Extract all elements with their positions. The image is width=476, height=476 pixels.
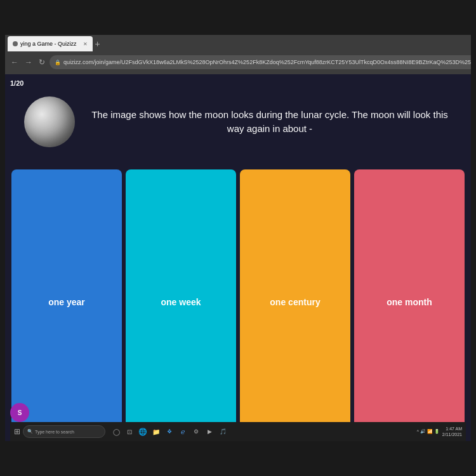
taskbar: ⊞ 🔍 Type here to search ◯ ⊡ 🌐 📁 ❖ ℯ ⚙ ▶ … bbox=[10, 422, 466, 441]
clock-date: 2/11/2021 bbox=[442, 432, 462, 437]
answer-one-month[interactable]: one month bbox=[354, 169, 465, 435]
new-tab-button[interactable]: + bbox=[95, 39, 100, 49]
tray-icons: ^ 🔊 📶 🔋 bbox=[417, 429, 440, 434]
answers-grid: one year one week one century one month bbox=[5, 169, 471, 441]
clock: 1:47 AM 2/11/2021 bbox=[442, 426, 462, 437]
taskbar-search-icon[interactable]: ◯ bbox=[110, 426, 122, 437]
back-button[interactable]: ← bbox=[9, 56, 20, 68]
taskbar-dropbox-icon[interactable]: ❖ bbox=[164, 426, 175, 437]
answer-one-century[interactable]: one century bbox=[240, 169, 350, 435]
refresh-button[interactable]: ↻ bbox=[37, 56, 47, 68]
forward-button[interactable]: → bbox=[23, 56, 34, 68]
tab-favicon bbox=[13, 41, 18, 46]
answer-label: one week bbox=[155, 292, 206, 312]
browser-chrome: ying a Game - Quizizz ✕ + ← → ↻ 🔒 quiziz… bbox=[5, 35, 471, 74]
taskbar-ie-icon[interactable]: ℯ bbox=[177, 426, 188, 437]
answer-label: one century bbox=[265, 292, 325, 312]
search-box[interactable]: 🔍 Type here to search bbox=[23, 425, 105, 438]
avatar-initials: S bbox=[18, 409, 22, 416]
moon-image bbox=[24, 96, 75, 147]
taskbar-icons: ◯ ⊡ 🌐 📁 ❖ ℯ ⚙ ▶ 🎵 bbox=[110, 426, 228, 437]
address-bar[interactable]: 🔒 quizizz.com/join/game/U2FsdGVkX18w6a2L… bbox=[50, 55, 471, 69]
question-text: The image shows how the moon looks durin… bbox=[88, 108, 452, 136]
address-bar-row: ← → ↻ 🔒 quizizz.com/join/game/U2FsdGVkX1… bbox=[5, 53, 471, 72]
taskbar-app1-icon[interactable]: ⚙ bbox=[190, 426, 202, 437]
search-icon: 🔍 bbox=[27, 429, 33, 434]
screen: ying a Game - Quizizz ✕ + ← → ↻ 🔒 quiziz… bbox=[5, 35, 471, 441]
answer-label: one month bbox=[381, 292, 437, 312]
clock-time: 1:47 AM bbox=[442, 426, 462, 432]
tab-close-button[interactable]: ✕ bbox=[83, 41, 88, 47]
avatar-area: S bbox=[10, 403, 29, 422]
windows-start-button[interactable]: ⊞ bbox=[14, 427, 20, 436]
monitor-bezel: ying a Game - Quizizz ✕ + ← → ↻ 🔒 quiziz… bbox=[0, 0, 476, 476]
url-text: quizizz.com/join/game/U2FsdGVkX18w6a2LMk… bbox=[63, 59, 471, 65]
quiz-area: 1/20 The image shows how the moon looks … bbox=[5, 74, 471, 441]
taskbar-task-view[interactable]: ⊡ bbox=[124, 426, 135, 437]
active-tab[interactable]: ying a Game - Quizizz ✕ bbox=[8, 36, 93, 51]
taskbar-edge-icon[interactable]: 🌐 bbox=[137, 426, 149, 437]
tab-label: ying a Game - Quizizz bbox=[20, 41, 77, 47]
answer-label: one year bbox=[43, 292, 90, 312]
avatar: S bbox=[10, 403, 29, 422]
tab-bar: ying a Game - Quizizz ✕ + bbox=[5, 35, 471, 53]
answer-one-year[interactable]: one year bbox=[11, 169, 122, 435]
taskbar-app3-icon[interactable]: 🎵 bbox=[217, 426, 228, 437]
taskbar-app2-icon[interactable]: ▶ bbox=[204, 426, 215, 437]
search-placeholder: Type here to search bbox=[35, 430, 74, 434]
taskbar-files-icon[interactable]: 📁 bbox=[150, 426, 162, 437]
lock-icon: 🔒 bbox=[55, 60, 61, 65]
answer-one-week[interactable]: one week bbox=[126, 169, 236, 435]
question-section: The image shows how the moon looks durin… bbox=[5, 74, 471, 169]
system-tray: ^ 🔊 📶 🔋 1:47 AM 2/11/2021 bbox=[417, 426, 462, 437]
question-counter: 1/20 bbox=[10, 79, 23, 87]
